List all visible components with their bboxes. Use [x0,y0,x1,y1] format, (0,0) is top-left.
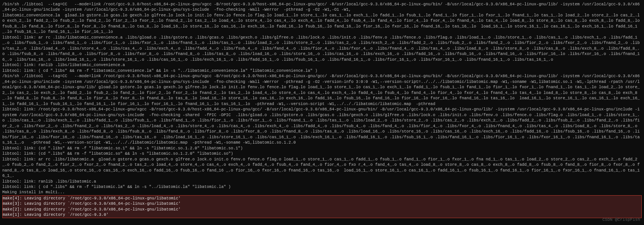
terminal-line: libtool: link: (cd ".libs" && rm -f "lib… [2,146,642,151]
watermark: CSDN @CrispFish [602,217,640,223]
terminal-line: libtool: link: ranlib .libs/libatomic_co… [2,62,642,68]
terminal-line: libtool: link: ranlib .libs/libatomic.a [2,179,642,184]
terminal-line: libatomic_convenience.la gload.lo gstore… [2,13,642,35]
terminal-line: libtool: link: ( cd ".libs" && rm -f "li… [2,68,642,73]
terminal-content[interactable]: /bin/sh ./libtool --tag=CC --mode=link /… [2,2,642,223]
terminal-line: make[2]: Leaving directory `/root/gcc-9.… [3,207,641,212]
terminal-line: /bin/sh ./libtool --tag=CC --mode=link /… [2,2,642,13]
terminal-line: libtool: link: (cd ".libs" && rm -f "lib… [2,151,642,156]
terminal-line: make[3]: Leaving directory `/root/gcc-9.… [3,201,641,206]
terminal-line: /bin/sh ./libtool --tag=CC --mode=link /… [2,73,642,107]
terminal-line: make[4]: Leaving directory `/root/gcc-9.… [3,196,641,201]
terminal-line: libtool: link: /root/gcc-9.3.0/host-x86_… [2,107,642,145]
terminal-line: make[1]: Leaving directory `/root/gcc-9.… [3,212,641,217]
terminal-window: /bin/sh ./libtool --tag=CC --mode=link /… [0,0,644,225]
terminal-line: libtool: link: ar rc .libs/libatomic.a g… [2,157,642,179]
terminal-line: libtool: link: ( cd ".libs" && rm -f "li… [2,184,642,189]
highlighted-lines: make[4]: Leaving directory `/root/gcc-9.… [2,195,642,218]
terminal-line: Making install in multi... [2,189,642,195]
terminal-line: libtool: link: ar rc .libs/libatomic_con… [2,35,642,62]
